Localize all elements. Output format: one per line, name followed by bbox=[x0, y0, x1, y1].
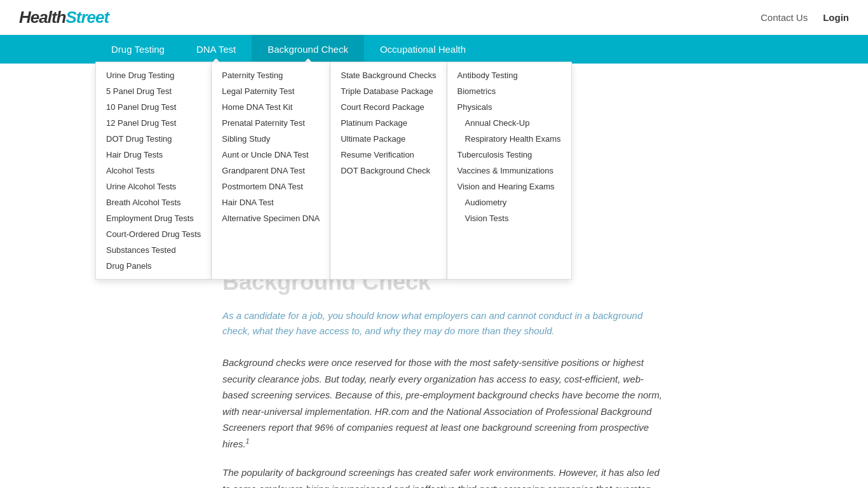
dd-item-vision-tests[interactable]: Vision Tests bbox=[447, 210, 571, 226]
header-right: Contact Us Login bbox=[761, 12, 849, 23]
dd-item-urine-drug[interactable]: Urine Drug Testing bbox=[96, 67, 211, 83]
dd-item-ultimate[interactable]: Ultimate Package bbox=[330, 131, 446, 147]
dd-item-platinum[interactable]: Platinum Package bbox=[330, 115, 446, 131]
dd-item-legal-paternity[interactable]: Legal Paternity Test bbox=[212, 83, 330, 99]
dd-item-vaccines[interactable]: Vaccines & Immunizations bbox=[447, 163, 571, 179]
dd-item-dot-bg[interactable]: DOT Background Check bbox=[330, 163, 446, 179]
dd-item-court-drug[interactable]: Court-Ordered Drug Tests bbox=[96, 226, 211, 242]
logo-street: Street bbox=[65, 8, 109, 27]
dd-item-state-bg[interactable]: State Background Checks bbox=[330, 67, 446, 83]
dd-item-audiometry[interactable]: Audiometry bbox=[447, 194, 571, 210]
nav-item-background-check[interactable]: Background Check bbox=[252, 35, 364, 64]
body-text-1: Background checks were once reserved for… bbox=[222, 355, 667, 452]
dd-item-dot-drug[interactable]: DOT Drug Testing bbox=[96, 131, 211, 147]
dd-item-hair-drug[interactable]: Hair Drug Tests bbox=[96, 147, 211, 163]
dropdowns-container: Urine Drug Testing 5 Panel Drug Test 10 … bbox=[95, 62, 572, 280]
dd-item-alt-specimen[interactable]: Alternative Specimen DNA bbox=[212, 210, 330, 226]
intro-text: As a candidate for a job, you should kno… bbox=[222, 308, 667, 339]
dd-item-vision-hearing[interactable]: Vision and Hearing Exams bbox=[447, 179, 571, 194]
dd-item-paternity[interactable]: Paternity Testing bbox=[212, 67, 330, 83]
dd-item-alcohol[interactable]: Alcohol Tests bbox=[96, 163, 211, 179]
logo-health: Health bbox=[19, 8, 65, 27]
nav-bar: Drug Testing DNA Test Background Check O… bbox=[0, 35, 868, 64]
dd-item-home-dna[interactable]: Home DNA Test Kit bbox=[212, 99, 330, 115]
dd-item-physicals[interactable]: Physicals bbox=[447, 99, 571, 115]
dd-item-sibling[interactable]: Sibling Study bbox=[212, 131, 330, 147]
dd-item-court-record[interactable]: Court Record Package bbox=[330, 99, 446, 115]
dropdown-drug-testing: Urine Drug Testing 5 Panel Drug Test 10 … bbox=[95, 62, 212, 280]
dropdown-background-check: State Background Checks Triple Database … bbox=[330, 62, 447, 280]
nav-item-drug-testing[interactable]: Drug Testing bbox=[95, 35, 180, 64]
dd-item-grandparent[interactable]: Grandparent DNA Test bbox=[212, 163, 330, 179]
dd-item-employment-drug[interactable]: Employment Drug Tests bbox=[96, 210, 211, 226]
login-link[interactable]: Login bbox=[823, 12, 849, 23]
dd-item-annual-checkup[interactable]: Annual Check-Up bbox=[447, 115, 571, 131]
nav-item-occupational-health[interactable]: Occupational Health bbox=[364, 35, 482, 64]
dd-item-postmortem[interactable]: Postmortem DNA Test bbox=[212, 179, 330, 194]
dd-item-triple-db[interactable]: Triple Database Package bbox=[330, 83, 446, 99]
dd-item-resume[interactable]: Resume Verification bbox=[330, 147, 446, 163]
dd-item-prenatal[interactable]: Prenatal Paternity Test bbox=[212, 115, 330, 131]
dd-item-aunt-uncle[interactable]: Aunt or Uncle DNA Test bbox=[212, 147, 330, 163]
logo[interactable]: HealthStreet bbox=[19, 8, 109, 27]
footnote-1: 1 bbox=[246, 438, 250, 445]
header: HealthStreet Contact Us Login bbox=[0, 0, 868, 35]
dd-item-antibody[interactable]: Antibody Testing bbox=[447, 67, 571, 83]
nav-wrapper: Drug Testing DNA Test Background Check O… bbox=[0, 35, 868, 64]
dd-item-substances[interactable]: Substances Tested bbox=[96, 242, 211, 258]
dd-item-12panel[interactable]: 12 Panel Drug Test bbox=[96, 115, 211, 131]
dd-item-urine-alcohol[interactable]: Urine Alcohol Tests bbox=[96, 179, 211, 194]
dd-item-tb-testing[interactable]: Tuberculosis Testing bbox=[447, 147, 571, 163]
dd-item-respiratory[interactable]: Respiratory Health Exams bbox=[447, 131, 571, 147]
dd-item-drug-panels[interactable]: Drug Panels bbox=[96, 258, 211, 274]
contact-us-link[interactable]: Contact Us bbox=[761, 12, 808, 23]
body-text-2: The popularity of background screenings … bbox=[222, 464, 667, 488]
nav-item-dna-test[interactable]: DNA Test bbox=[180, 35, 252, 64]
dd-item-biometrics[interactable]: Biometrics bbox=[447, 83, 571, 99]
dd-item-hair-dna[interactable]: Hair DNA Test bbox=[212, 194, 330, 210]
dd-item-10panel[interactable]: 10 Panel Drug Test bbox=[96, 99, 211, 115]
dropdown-occupational: Antibody Testing Biometrics Physicals An… bbox=[447, 62, 572, 280]
dd-item-breath-alcohol[interactable]: Breath Alcohol Tests bbox=[96, 194, 211, 210]
dd-item-5panel[interactable]: 5 Panel Drug Test bbox=[96, 83, 211, 99]
dropdown-dna-test: Paternity Testing Legal Paternity Test H… bbox=[212, 62, 330, 280]
